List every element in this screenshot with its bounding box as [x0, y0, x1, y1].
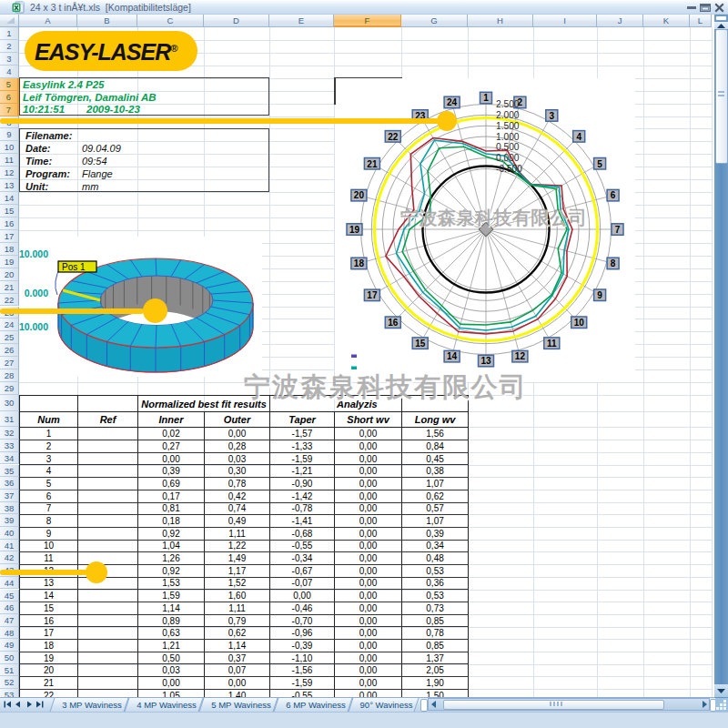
- svg-text:13: 13: [480, 356, 491, 366]
- svg-text:10: 10: [574, 318, 585, 328]
- svg-text:Pos 1: Pos 1: [62, 262, 86, 272]
- svg-text:2.000: 2.000: [496, 110, 520, 120]
- svg-text:19: 19: [349, 225, 360, 235]
- svg-text:5: 5: [597, 159, 602, 169]
- svg-text:0.000: 0.000: [496, 153, 520, 163]
- svg-text:1.500: 1.500: [496, 121, 520, 131]
- svg-text:-0.500: -0.500: [496, 164, 522, 174]
- svg-text:22: 22: [388, 132, 399, 142]
- svg-text:15: 15: [415, 339, 426, 349]
- svg-text:1: 1: [483, 93, 489, 103]
- svg-text:17: 17: [367, 290, 378, 300]
- svg-text:8: 8: [611, 258, 616, 268]
- svg-text:3: 3: [549, 111, 554, 121]
- svg-text:4: 4: [576, 132, 581, 142]
- svg-text:21: 21: [367, 159, 378, 169]
- svg-text:16: 16: [388, 318, 399, 328]
- svg-text:11: 11: [547, 339, 557, 349]
- svg-text:18: 18: [354, 258, 365, 268]
- svg-text:1.000: 1.000: [496, 132, 520, 142]
- svg-text:0.500: 0.500: [496, 142, 520, 152]
- svg-text:14: 14: [447, 351, 458, 361]
- svg-text:12: 12: [515, 351, 526, 361]
- svg-text:20: 20: [354, 190, 365, 200]
- svg-text:2.500: 2.500: [496, 99, 520, 109]
- svg-text:9: 9: [597, 290, 602, 300]
- svg-text:6: 6: [611, 190, 616, 200]
- svg-text:24: 24: [447, 97, 458, 107]
